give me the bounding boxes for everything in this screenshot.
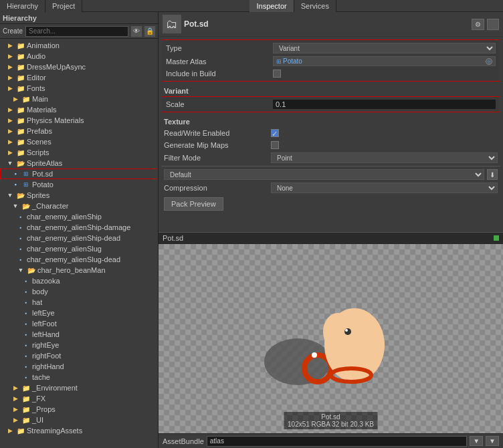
atlas-img-icon: ⊞ [21, 169, 31, 179]
folder-img-icon: 📁 [21, 94, 31, 104]
asset-bundle-dropdown-btn[interactable]: ▼ [470, 436, 483, 446]
tree-item-alien2[interactable]: ▪ char_enemy_alienShip-damage [0, 222, 158, 233]
tree-item-materials[interactable]: ▶ 📁 Materials [0, 104, 158, 115]
type-select[interactable]: Variant [273, 43, 496, 53]
include-build-label: Include in Build [166, 70, 273, 78]
folder-img-icon: 📁 [21, 383, 31, 393]
tree-item-body[interactable]: ▪ body [0, 286, 158, 297]
preview-dimensions: 102x51 RGBA 32 bit 20.3 KB [288, 421, 374, 428]
filter-mode-select[interactable]: Point [271, 152, 498, 163]
include-build-checkbox[interactable] [273, 70, 281, 78]
tree-label: char_enemy_alienSlug-dead [27, 255, 120, 263]
tree-item-animation[interactable]: ▶ 📁 Animation [0, 40, 158, 51]
tree-item-lefthand[interactable]: ▪ leftHand [0, 329, 158, 340]
tree-item-scripts[interactable]: ▶ 📁 Scripts [0, 147, 158, 158]
tab-project[interactable]: Project [45, 0, 82, 12]
tree-item-hat[interactable]: ▪ hat [0, 297, 158, 308]
search-input[interactable] [25, 26, 128, 37]
tree-item-righteye[interactable]: ▪ rightEye [0, 340, 158, 350]
tree-item-lefteye[interactable]: ▪ leftEye [0, 308, 158, 318]
tree-item-audio[interactable]: ▶ 📁 Audio [0, 51, 158, 62]
folder-icon: ▶ [5, 137, 15, 146]
default-select[interactable]: Default [164, 169, 484, 180]
open-button[interactable] [487, 19, 499, 30]
tree-item-slug1[interactable]: ▪ char_enemy_alienSlug [0, 243, 158, 254]
folder-icon: ▶ [5, 62, 15, 72]
tree-label: leftFoot [32, 320, 57, 328]
tree-item-potsd[interactable]: ▪ ⊞ Pot.sd [0, 169, 158, 179]
tree-item-rightfoot[interactable]: ▪ rightFoot [0, 350, 158, 361]
folder-img-icon: 📂 [27, 265, 36, 275]
tree-item-alien3[interactable]: ▪ char_enemy_alienShip-dead [0, 233, 158, 243]
tree-item-righthand[interactable]: ▪ rightHand [0, 361, 158, 372]
sprite-icon: ▪ [11, 180, 20, 189]
inspector-fields: Type Variant Master Atlas ⊞ [159, 37, 503, 232]
type-label: Type [166, 44, 273, 52]
tree-item-ui[interactable]: ▶ 📁 _UI [0, 415, 158, 425]
tree-item-tache[interactable]: ▪ tache [0, 372, 158, 382]
tree-item-streaming[interactable]: ▶ 📁 StreamingAssets [0, 425, 158, 436]
tree-label: Potato [32, 181, 54, 189]
tree-item-fonts[interactable]: ▶ 📁 Fonts [0, 83, 158, 94]
tree-item-prefabs[interactable]: ▶ 📁 Prefabs [0, 126, 158, 136]
tree-item-bazooka[interactable]: ▪ bazooka [0, 275, 158, 286]
asset-bundle-variant-btn[interactable]: ▼ [486, 436, 499, 446]
lock-icon-btn[interactable]: 🔒 [144, 26, 155, 37]
compression-select[interactable]: None [271, 183, 498, 193]
sprite-icon: ▪ [21, 372, 31, 382]
tree-item-fx[interactable]: ▶ 📁 _FX [0, 393, 158, 404]
tree-label: char_hero_beanMan [37, 266, 106, 274]
asset-bundle-bar: AssetBundle ▼ ▼ [159, 433, 503, 448]
tree-item-scenes[interactable]: ▶ 📁 Scenes [0, 136, 158, 147]
tree-label: hat [32, 298, 42, 306]
folder-img-icon: 📁 [16, 41, 25, 50]
folder-img-icon: 📁 [21, 415, 31, 425]
tree-label: Materials [27, 106, 57, 114]
eye-icon-btn[interactable]: 👁 [131, 26, 142, 37]
tree-item-dressme[interactable]: ▶ 📁 DressMeUpAsync [0, 62, 158, 72]
sprite-icon: ▪ [16, 233, 25, 243]
tree-item-editor[interactable]: ▶ 📁 Editor [0, 72, 158, 83]
tab-services[interactable]: Services [294, 0, 336, 12]
sprite-icon: ▪ [21, 340, 31, 350]
compression-row: Compression None [161, 181, 500, 195]
mip-maps-checkbox[interactable] [271, 141, 279, 149]
tree-item-environment[interactable]: ▶ 📁 _Environment [0, 382, 158, 393]
tab-inspector[interactable]: Inspector [249, 0, 294, 12]
filter-mode-label: Filter Mode [164, 154, 271, 162]
tab-hierarchy[interactable]: Hierarchy [0, 0, 45, 12]
tree-item-sprites[interactable]: ▼ 📂 Sprites [0, 190, 158, 201]
folder-img-icon: 📁 [16, 116, 25, 125]
tree-label: char_enemy_alienSlug [27, 245, 102, 253]
tree-item-potato[interactable]: ▪ ⊞ Potato [0, 179, 158, 190]
folder-img-icon: 📁 [16, 62, 25, 72]
tree-item-alien1[interactable]: ▪ char_enemy_alienShip [0, 211, 158, 222]
asset-bundle-input[interactable] [207, 436, 467, 447]
tree-item-physics[interactable]: ▶ 📁 Physics Materials [0, 115, 158, 126]
master-atlas-link[interactable]: ⊞ Potato ◎ [273, 56, 496, 66]
tree-item-spriteatlas[interactable]: ▼ 📂 SpriteAtlas [0, 158, 158, 169]
download-icon[interactable]: ⬇ [487, 169, 498, 180]
mip-maps-label: Generate Mip Maps [164, 141, 271, 149]
folder-img-icon: 📁 [16, 73, 25, 82]
tree-item-main[interactable]: ▶ 📁 Main [0, 94, 158, 104]
tree-label: leftEye [32, 309, 55, 317]
tree-item-slug2[interactable]: ▪ char_enemy_alienSlug-dead [0, 254, 158, 265]
gear-button[interactable]: ⚙ [472, 19, 484, 30]
folder-icon: ▶ [5, 41, 15, 50]
sprite-icon: ▪ [21, 362, 31, 371]
scale-input[interactable] [273, 100, 496, 109]
tree-label: _Character [32, 202, 68, 210]
tree-item-beanman[interactable]: ▼ 📂 char_hero_beanMan [0, 265, 158, 275]
tree-item-props[interactable]: ▶ 📁 _Props [0, 404, 158, 415]
sprite-icon: ▪ [16, 244, 25, 253]
sprite-icon: ▪ [21, 330, 31, 339]
folder-icon: ▼ [5, 191, 15, 200]
tree-label: Pot.sd [32, 170, 53, 178]
folder-icon: ▶ [5, 73, 15, 82]
pack-preview-button[interactable]: Pack Preview [164, 197, 223, 211]
tree-item-character[interactable]: ▼ 📂 _Character [0, 201, 158, 211]
target-circle-icon[interactable]: ◎ [486, 58, 492, 65]
tree-item-leftfoot[interactable]: ▪ leftFoot [0, 318, 158, 329]
rw-checkbox[interactable]: ✓ [271, 129, 279, 137]
